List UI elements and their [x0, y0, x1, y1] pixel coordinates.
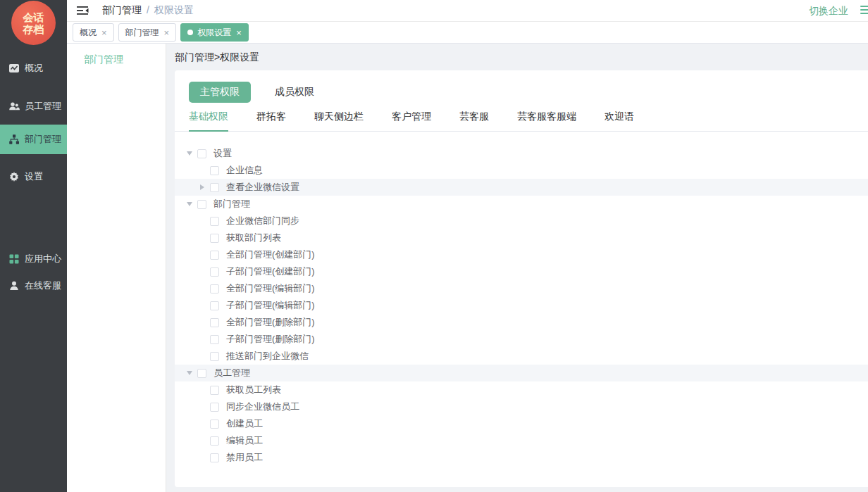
- tree-node[interactable]: 推送部门到企业微信: [175, 348, 868, 365]
- checkbox[interactable]: [210, 217, 219, 226]
- tree-node[interactable]: 子部门管理(删除部门): [175, 331, 868, 348]
- tree-node-label[interactable]: 子部门管理(删除部门): [226, 333, 315, 346]
- tree-node-label[interactable]: 编辑员工: [226, 434, 263, 447]
- checkbox[interactable]: [210, 420, 219, 429]
- tree-node-label[interactable]: 企业微信部门同步: [226, 215, 299, 227]
- tree-node[interactable]: 创建员工: [175, 415, 868, 432]
- sidebar-fold-icon[interactable]: [77, 5, 89, 16]
- app-root: 会话 存档 概况员工管理部门管理设置应用中心在线客服 部门管理/权限设置 切换企…: [0, 0, 868, 492]
- settings-gear-icon: [8, 171, 20, 182]
- view-tab-label: 权限设置: [197, 27, 231, 39]
- permission-tab[interactable]: 基础权限: [189, 110, 228, 132]
- caret-down-icon[interactable]: [186, 202, 197, 206]
- checkbox[interactable]: [210, 234, 219, 243]
- sidebar-item-label: 应用中心: [25, 253, 61, 265]
- tree-node-label[interactable]: 子部门管理(创建部门): [226, 265, 315, 278]
- tree-node[interactable]: 部门管理: [175, 196, 868, 213]
- breadcrumb-section[interactable]: 部门管理: [102, 4, 142, 15]
- permission-tab[interactable]: 芸客服: [459, 110, 489, 132]
- checkbox[interactable]: [210, 284, 219, 294]
- checkbox[interactable]: [210, 267, 219, 277]
- close-tab-icon[interactable]: ×: [236, 28, 242, 37]
- view-tab[interactable]: 部门管理×: [118, 23, 177, 42]
- checkbox[interactable]: [197, 149, 206, 158]
- tree-node-label[interactable]: 创建员工: [226, 417, 263, 430]
- role-button[interactable]: 主管权限: [189, 82, 251, 103]
- permission-tab[interactable]: 芸客服客服端: [517, 110, 576, 132]
- checkbox[interactable]: [210, 251, 219, 260]
- tree-node[interactable]: 禁用员工: [175, 449, 868, 466]
- logo-line-1: 会话: [23, 11, 44, 23]
- checkbox[interactable]: [210, 436, 219, 446]
- tree-node-label[interactable]: 查看企业微信设置: [226, 181, 299, 194]
- checkbox[interactable]: [210, 183, 219, 192]
- tree-node-label[interactable]: 员工管理: [213, 367, 250, 379]
- view-tab[interactable]: 概况×: [73, 23, 114, 42]
- checkbox[interactable]: [210, 301, 219, 310]
- header-actions: 切换企业: [809, 0, 848, 22]
- tree-node[interactable]: 全部门管理(删除部门): [175, 314, 868, 331]
- tree-node[interactable]: 子部门管理(创建部门): [175, 263, 868, 280]
- tree-node[interactable]: 设置: [175, 145, 868, 162]
- sidebar-item[interactable]: 在线客服: [0, 271, 67, 301]
- subnav-panel: 部门管理: [67, 44, 166, 492]
- tree-node[interactable]: 查看企业微信设置: [175, 179, 868, 196]
- tree-node-label[interactable]: 全部门管理(创建部门): [226, 248, 315, 261]
- tree-node-label[interactable]: 企业信息: [226, 164, 263, 177]
- view-tab[interactable]: 权限设置×: [180, 23, 249, 42]
- tree-node[interactable]: 全部门管理(编辑部门): [175, 280, 868, 297]
- tree-node[interactable]: 员工管理: [175, 365, 868, 381]
- sidebar-item[interactable]: 概况: [0, 53, 67, 83]
- caret-down-icon[interactable]: [186, 151, 197, 156]
- user-menu-icon[interactable]: [860, 6, 868, 16]
- checkbox[interactable]: [210, 166, 219, 175]
- tree-node-label[interactable]: 禁用员工: [226, 451, 263, 464]
- checkbox[interactable]: [197, 369, 206, 378]
- sidebar-item[interactable]: 员工管理: [0, 92, 67, 121]
- tree-node-label[interactable]: 部门管理: [213, 198, 250, 210]
- close-tab-icon[interactable]: ×: [101, 28, 107, 37]
- tree-node-label[interactable]: 获取员工列表: [226, 384, 281, 396]
- support-person-icon: [8, 280, 20, 291]
- view-tab-label: 部门管理: [125, 27, 159, 39]
- tree-node[interactable]: 企业微信部门同步: [175, 213, 868, 229]
- caret-right-icon[interactable]: [199, 184, 210, 190]
- checkbox[interactable]: [210, 318, 219, 327]
- sidebar-item-label: 部门管理: [25, 133, 61, 146]
- permission-tab[interactable]: 群拓客: [256, 110, 286, 132]
- subnav-item-departments[interactable]: 部门管理: [67, 44, 166, 75]
- tree-node-label[interactable]: 全部门管理(删除部门): [226, 316, 315, 329]
- permission-tab[interactable]: 客户管理: [392, 110, 431, 132]
- tree-node-label[interactable]: 设置: [213, 147, 232, 160]
- tree-node[interactable]: 全部门管理(创建部门): [175, 246, 868, 263]
- active-tab-dot: [187, 30, 193, 35]
- tree-node[interactable]: 编辑员工: [175, 432, 868, 449]
- checkbox[interactable]: [210, 352, 219, 361]
- permission-tab[interactable]: 聊天侧边栏: [314, 110, 364, 132]
- tree-node[interactable]: 企业信息: [175, 162, 868, 179]
- tree-node-label[interactable]: 同步企业微信员工: [226, 400, 299, 413]
- role-button[interactable]: 成员权限: [264, 82, 326, 103]
- tree-node[interactable]: 同步企业微信员工: [175, 398, 868, 415]
- sidebar-item[interactable]: 设置: [0, 162, 67, 191]
- permission-tab[interactable]: 欢迎语: [604, 110, 634, 132]
- checkbox[interactable]: [210, 453, 219, 462]
- checkbox[interactable]: [197, 200, 206, 209]
- app-logo[interactable]: 会话 存档: [11, 1, 56, 45]
- checkbox[interactable]: [210, 403, 219, 412]
- tree-node-label[interactable]: 推送部门到企业微信: [226, 350, 309, 362]
- tree-node[interactable]: 获取员工列表: [175, 381, 868, 398]
- checkbox[interactable]: [210, 335, 219, 344]
- tree-node[interactable]: 子部门管理(编辑部门): [175, 297, 868, 314]
- switch-company-link[interactable]: 切换企业: [809, 5, 848, 18]
- close-tab-icon[interactable]: ×: [164, 28, 170, 37]
- tree-node-label[interactable]: 子部门管理(编辑部门): [226, 299, 315, 312]
- tree-node-label[interactable]: 全部门管理(编辑部门): [226, 282, 315, 295]
- tree-node[interactable]: 获取部门列表: [175, 229, 868, 246]
- checkbox[interactable]: [210, 386, 219, 395]
- sidebar-item[interactable]: 部门管理: [0, 125, 67, 154]
- sidebar-item[interactable]: 应用中心: [0, 244, 67, 274]
- tree-node-label[interactable]: 获取部门列表: [226, 232, 281, 244]
- logo-line-2: 存档: [23, 23, 44, 35]
- caret-down-icon[interactable]: [186, 371, 197, 375]
